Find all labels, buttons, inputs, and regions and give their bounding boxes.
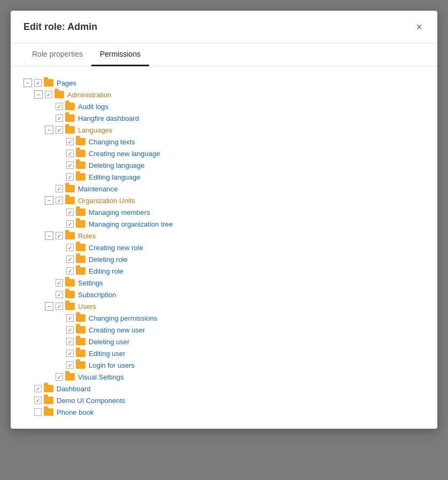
checkbox-demo-ui[interactable] [34,397,42,404]
modal-header: Edit role: Admin × [11,11,437,43]
folder-icon-dashboard [44,385,53,392]
checkbox-creating-lang[interactable] [66,150,74,157]
expand-pages[interactable]: − [23,79,32,87]
label-creating-user: Creating new user [89,326,145,334]
label-deleting-user: Deleting user [89,338,130,346]
folder-icon-maintenance [65,185,75,192]
tree-row-org-units: − Organization Units [45,195,425,206]
label-hangfire: Hangfire dashboard [78,114,139,122]
checkbox-deleting-user[interactable] [66,338,74,345]
tree-row-pages: − Pages [23,77,425,89]
checkbox-deleting-role[interactable] [66,256,74,263]
label-audit-logs: Audit logs [78,103,108,111]
checkbox-visual-settings[interactable] [56,373,63,381]
folder-icon-demo-ui [44,397,53,404]
checkbox-editing-role[interactable] [66,267,74,275]
checkbox-creating-user[interactable] [66,326,74,334]
tree-row-deleting-user: Deleting user [56,336,425,347]
checkbox-dashboard[interactable] [34,385,42,392]
tree-row-settings: Settings [45,277,425,289]
folder-icon-changing-texts [76,138,85,145]
label-languages: Languages [78,126,112,134]
tree-row-editing-role: Editing role [56,265,425,277]
tree-row-managing-members: Managing members [56,206,425,218]
folder-icon-creating-lang [76,150,85,157]
tree-row-deleting-role: Deleting role [56,253,425,265]
folder-icon-org-units [65,197,75,204]
close-button[interactable]: × [414,19,425,34]
label-dashboard: Dashboard [57,385,91,393]
checkbox-editing-user[interactable] [66,350,74,357]
label-users: Users [78,303,96,311]
label-settings: Settings [78,279,103,287]
tree-row-creating-role: Creating new role [56,242,425,253]
folder-icon-settings [65,279,75,287]
checkbox-roles[interactable] [56,232,63,239]
checkbox-subscription[interactable] [56,291,63,298]
label-phone-book: Phone book [57,408,93,416]
label-changing-texts: Changing texts [89,138,135,146]
checkbox-editing-lang[interactable] [66,173,74,181]
tab-permissions[interactable]: Permissions [91,43,149,66]
label-pages: Pages [57,79,76,87]
folder-icon-subscription [65,291,75,298]
checkbox-changing-permissions[interactable] [66,314,74,322]
tree-row-creating-user: Creating new user [56,324,425,336]
folder-icon-managing-org [76,220,85,228]
folder-icon-changing-permissions [76,314,85,322]
label-demo-ui: Demo UI Components [57,397,125,405]
expand-org-units[interactable]: − [45,196,53,205]
checkbox-pages[interactable] [34,79,42,87]
checkbox-login-users[interactable] [66,361,74,369]
label-changing-permissions: Changing permissions [89,314,158,322]
modal-title: Edit role: Admin [23,21,97,33]
checkbox-settings[interactable] [56,279,63,287]
tree-row-editing-lang: Editing language [56,171,425,183]
label-subscription: Subscription [78,291,116,299]
checkbox-languages[interactable] [56,126,63,134]
modal: Edit role: Admin × Role properties Permi… [11,11,437,429]
checkbox-maintenance[interactable] [56,185,63,192]
tree-row-audit-logs: Audit logs [45,100,425,112]
folder-icon-users [65,303,75,310]
folder-icon-creating-user [76,326,85,334]
folder-icon-editing-user [76,350,85,357]
folder-icon-roles [65,232,75,239]
label-deleting-lang: Deleting language [89,161,145,169]
label-creating-lang: Creating new language [89,150,160,158]
checkbox-managing-org[interactable] [66,220,74,228]
label-creating-role: Creating new role [89,244,143,252]
expand-users[interactable]: − [45,302,53,311]
expand-languages[interactable]: − [45,126,53,134]
tree-row-editing-user: Editing user [56,347,425,359]
checkbox-audit-logs[interactable] [56,103,63,110]
checkbox-managing-members[interactable] [66,208,74,216]
checkbox-deleting-lang[interactable] [66,161,74,169]
tree-row-users: − Users [45,300,425,312]
checkbox-administration[interactable] [45,91,52,98]
tab-role-properties[interactable]: Role properties [23,43,91,66]
tree-row-managing-org: Managing organization tree [56,218,425,230]
folder-icon-deleting-role [76,256,85,263]
folder-icon-login-users [76,361,85,369]
tree-row-creating-lang: Creating new language [56,148,425,159]
checkbox-creating-role[interactable] [66,244,74,251]
expand-placeholder-audit [45,102,53,111]
checkbox-org-units[interactable] [56,197,63,204]
folder-icon-phone-book [44,408,53,416]
expand-administration[interactable]: − [34,90,43,99]
checkbox-users[interactable] [56,303,63,310]
label-visual-settings: Visual Settings [78,373,124,381]
tree-row-visual-settings: Visual Settings [45,371,425,383]
expand-placeholder-hangfire [45,114,53,122]
label-login-users: Login for users [89,361,135,369]
folder-icon-editing-lang [76,173,85,181]
permissions-tree: − Pages − Administration [23,77,425,418]
tree-row-dashboard: Dashboard [23,383,425,394]
tree-row-deleting-lang: Deleting language [56,159,425,171]
checkbox-phone-book[interactable] [34,408,42,416]
checkbox-hangfire[interactable] [56,114,63,122]
expand-roles[interactable]: − [45,231,53,240]
folder-icon-audit [65,103,75,110]
checkbox-changing-texts[interactable] [66,138,74,145]
